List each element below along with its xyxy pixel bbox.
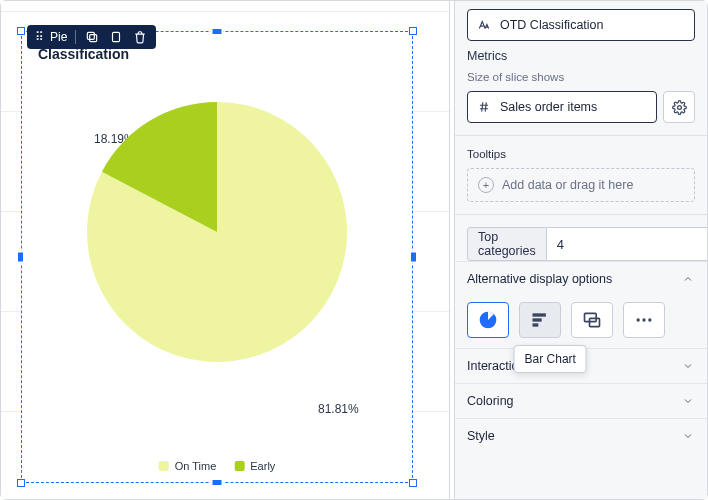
- chevron-down-icon: [681, 394, 695, 408]
- accordion: Alternative display options Bar Chart: [455, 261, 707, 453]
- chart-type-label: Pie: [50, 30, 67, 44]
- top-categories-row: Top categories: [467, 227, 695, 261]
- resize-handle-w[interactable]: [16, 251, 25, 264]
- duplicate-icon[interactable]: [108, 29, 124, 45]
- section-divider: [455, 214, 707, 215]
- section-divider: [455, 135, 707, 136]
- metrics-hint: Size of slice shows: [467, 71, 695, 83]
- bar-chart-icon: [530, 310, 550, 330]
- more-icon: [634, 310, 654, 330]
- legend-swatch: [159, 461, 169, 471]
- display-option-pie[interactable]: [467, 302, 509, 338]
- svg-point-3: [677, 105, 681, 109]
- style-section-header[interactable]: Style: [455, 418, 707, 453]
- chevron-up-icon: [681, 272, 695, 286]
- resize-handle-sw[interactable]: [17, 479, 25, 487]
- legend-label: On Time: [175, 460, 217, 472]
- legend-item-early: Early: [234, 460, 275, 472]
- display-option-tooltip: Bar Chart: [514, 345, 587, 373]
- style-label: Style: [467, 429, 495, 443]
- resize-handle-ne[interactable]: [409, 27, 417, 35]
- app-root: ⠿ Pie Classification 18.19% 81.: [0, 0, 708, 500]
- tooltips-section-label: Tooltips: [467, 148, 695, 160]
- drag-grip-icon[interactable]: ⠿: [35, 30, 42, 44]
- text-type-icon: [476, 17, 492, 33]
- chart-selection-frame[interactable]: Classification 18.19% 81.81% On Time: [21, 31, 413, 483]
- resize-handle-nw[interactable]: [17, 27, 25, 35]
- chart-legend: On Time Early: [159, 460, 276, 472]
- chevron-down-icon: [681, 429, 695, 443]
- tooltips-dropzone[interactable]: + Add data or drag it here: [467, 168, 695, 202]
- display-option-more[interactable]: [623, 302, 665, 338]
- svg-point-10: [642, 318, 645, 321]
- metric-settings-button[interactable]: [663, 91, 695, 123]
- resize-handle-e[interactable]: [409, 251, 418, 264]
- display-options-row: Bar Chart: [455, 296, 707, 348]
- display-option-table[interactable]: [571, 302, 613, 338]
- resize-handle-n[interactable]: [211, 27, 224, 36]
- coloring-label: Coloring: [467, 394, 514, 408]
- coloring-section-header[interactable]: Coloring: [455, 383, 707, 418]
- display-option-bar[interactable]: Bar Chart: [519, 302, 561, 338]
- canvas-panel: ⠿ Pie Classification 18.19% 81.: [1, 1, 449, 499]
- svg-rect-0: [90, 35, 97, 42]
- resize-handle-se[interactable]: [409, 479, 417, 487]
- legend-swatch: [234, 461, 244, 471]
- pie-chart: [87, 102, 347, 362]
- alt-display-section-header[interactable]: Alternative display options: [455, 261, 707, 296]
- number-type-icon: [476, 99, 492, 115]
- svg-rect-2: [113, 32, 120, 41]
- svg-point-9: [637, 318, 640, 321]
- metric-field[interactable]: Sales order items: [467, 91, 657, 123]
- trash-icon[interactable]: [132, 29, 148, 45]
- copy-icon[interactable]: [84, 29, 100, 45]
- metric-field-value: Sales order items: [500, 100, 597, 114]
- dimension-field[interactable]: OTD Classification: [467, 9, 695, 41]
- slice-label-ontime: 81.81%: [318, 402, 359, 416]
- dimension-field-value: OTD Classification: [500, 18, 604, 32]
- top-categories-label: Top categories: [467, 227, 546, 261]
- resize-handle-s[interactable]: [211, 478, 224, 487]
- alt-display-label: Alternative display options: [467, 272, 612, 286]
- gear-icon: [672, 100, 687, 115]
- pie-icon: [478, 310, 498, 330]
- metrics-section-label: Metrics: [467, 49, 695, 63]
- selection-toolbar[interactable]: ⠿ Pie: [27, 25, 156, 49]
- svg-point-11: [648, 318, 651, 321]
- panel-divider[interactable]: [449, 1, 455, 499]
- svg-rect-6: [533, 323, 539, 326]
- dropzone-hint: Add data or drag it here: [502, 178, 633, 192]
- properties-panel: OTD Classification Metrics Size of slice…: [455, 1, 707, 499]
- add-icon: +: [478, 177, 494, 193]
- top-categories-input[interactable]: [546, 227, 707, 261]
- chevron-down-icon: [681, 359, 695, 373]
- table-icon: [582, 310, 602, 330]
- legend-item-ontime: On Time: [159, 460, 217, 472]
- svg-rect-1: [88, 32, 95, 39]
- toolbar-separator: [75, 30, 76, 44]
- svg-rect-4: [533, 313, 546, 316]
- svg-rect-5: [533, 318, 542, 321]
- legend-label: Early: [250, 460, 275, 472]
